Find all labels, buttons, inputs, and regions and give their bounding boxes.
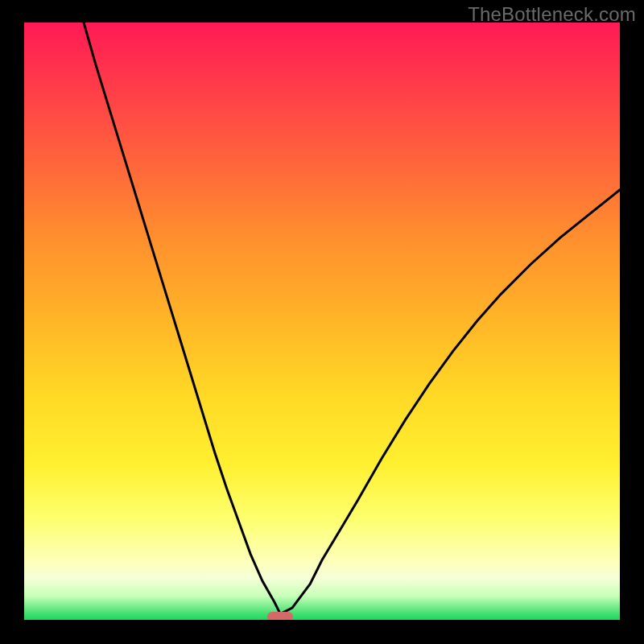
watermark-text: TheBottleneck.com <box>468 3 636 26</box>
bottleneck-curve-svg <box>24 23 620 620</box>
optimal-marker <box>267 612 293 620</box>
chart-frame: TheBottleneck.com <box>0 0 644 644</box>
plot-area <box>24 23 620 620</box>
bottleneck-curve <box>84 23 620 614</box>
